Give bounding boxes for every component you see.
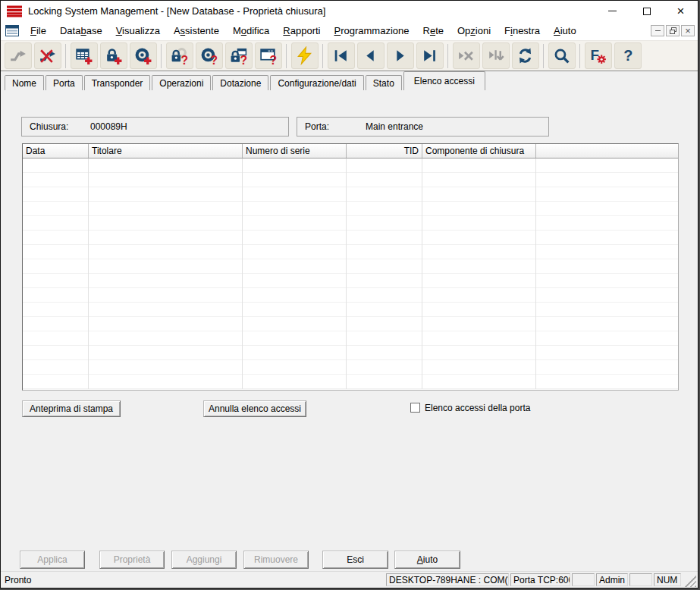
help-button[interactable]: ? <box>614 42 642 69</box>
mdi-restore-icon <box>670 27 676 34</box>
mdi-document-icon[interactable] <box>5 25 19 36</box>
new-locking-system-button[interactable] <box>71 42 98 69</box>
previous-record-button[interactable] <box>357 42 385 69</box>
mdi-close-button[interactable]: × <box>681 25 695 36</box>
close-button[interactable]: × <box>664 1 698 21</box>
program-icon <box>295 46 314 65</box>
table-header: DataTitolareNumero di serieTIDComponente… <box>23 144 678 158</box>
read-lock-button[interactable]: ? <box>166 42 193 69</box>
cancel-search-icon <box>457 46 476 65</box>
menu-item-visualizza[interactable]: Visualizza <box>109 23 167 39</box>
menu-item-rapporti[interactable]: Rapporti <box>276 23 327 39</box>
cancel-search-button[interactable] <box>453 42 480 69</box>
help-icon: ? <box>618 46 637 65</box>
last-record-button[interactable] <box>416 42 444 69</box>
connect-button[interactable] <box>5 42 32 69</box>
tab-dotazione[interactable]: Dotazione <box>212 75 268 90</box>
svg-text:?: ? <box>240 54 248 65</box>
menu-item-database[interactable]: Database <box>53 23 109 39</box>
menu-item-finestra[interactable]: Finestra <box>498 23 547 39</box>
column-grid-line <box>242 158 243 389</box>
properties-button[interactable]: Proprietà <box>99 551 165 569</box>
search-button[interactable] <box>548 42 576 69</box>
toolbar-separator <box>543 44 544 68</box>
maximize-icon <box>643 8 651 15</box>
program-button[interactable] <box>291 42 319 69</box>
minimize-button[interactable] <box>595 1 629 21</box>
last-record-icon <box>420 46 439 65</box>
mdi-minimize-button[interactable] <box>651 25 664 36</box>
print-preview-button[interactable]: Anteprima di stampa <box>22 400 121 417</box>
read-lock-icon: ? <box>170 46 189 65</box>
disconnect-icon <box>38 46 57 65</box>
read-window-button[interactable]: ? <box>255 42 282 69</box>
column-grid-line <box>535 158 536 389</box>
goto-record-button[interactable] <box>482 42 510 69</box>
tab-operazioni[interactable]: Operazioni <box>152 75 211 90</box>
menu-item-opzioni[interactable]: Opzioni <box>450 23 498 39</box>
door-access-checkbox[interactable] <box>410 403 420 413</box>
maximize-button[interactable] <box>629 1 664 21</box>
status-panel <box>629 573 652 586</box>
read-transponder-button[interactable]: ? <box>196 42 223 69</box>
door-access-checkbox-label: Elenco accessi della porta <box>425 403 530 413</box>
add-button[interactable]: Aggiungi <box>171 551 237 569</box>
menu-item-aiuto[interactable]: Aiuto <box>547 23 583 39</box>
reset-access-list-button[interactable]: Annulla elenco accessi <box>203 400 306 417</box>
search-icon <box>552 46 571 65</box>
access-list-table: DataTitolareNumero di serieTIDComponente… <box>22 143 679 391</box>
filter-settings-icon: F <box>589 46 607 65</box>
app-logo-icon <box>7 5 22 17</box>
filter-settings-button[interactable]: F <box>585 42 612 69</box>
tab-stato[interactable]: Stato <box>366 75 402 90</box>
table-body <box>23 158 678 389</box>
tab-configurazione-dati[interactable]: Configurazione/dati <box>270 75 363 90</box>
header-cell-titolare[interactable]: Titolare <box>89 144 243 158</box>
svg-text:F: F <box>591 47 599 63</box>
exit-button[interactable]: Esci <box>322 551 388 569</box>
application-window: Locking System Management - [New Databas… <box>0 0 698 588</box>
read-lock-network-button[interactable]: ? <box>225 42 253 69</box>
new-transponder-button[interactable] <box>130 42 157 69</box>
door-value: Main entrance <box>366 121 423 132</box>
tab-porta[interactable]: Porta <box>46 75 83 90</box>
menu-item-rete[interactable]: Rete <box>416 23 450 39</box>
mdi-window-controls: × <box>651 25 695 36</box>
remove-button[interactable]: Rimuovere <box>243 551 309 569</box>
menu-item-modifica[interactable]: Modifica <box>226 23 276 39</box>
header-cell-numero-di-serie[interactable]: Numero di serie <box>243 144 347 158</box>
header-cell-componente-di-chiusura[interactable]: Componente di chiusura <box>422 144 536 158</box>
header-cell-tid[interactable]: TID <box>347 144 422 158</box>
read-lock-network-icon: ? <box>229 46 248 65</box>
toolbar-separator <box>447 44 448 68</box>
new-lock-icon <box>104 46 123 65</box>
tab-elenco-accessi[interactable]: Elenco accessi <box>403 71 485 90</box>
status-panel-desktop-789hane-com: DESKTOP-789HANE : COM(*) <box>386 573 509 586</box>
apply-button[interactable]: Applica <box>20 551 85 569</box>
window-title: Locking System Management - [New Databas… <box>28 5 325 17</box>
resize-grip[interactable] <box>684 575 696 587</box>
menu-item-file[interactable]: File <box>24 23 53 39</box>
first-record-button[interactable] <box>328 42 355 69</box>
help-button[interactable]: Aiuto <box>394 551 460 569</box>
column-grid-line <box>88 158 89 389</box>
new-locking-system-icon <box>74 46 93 65</box>
toolbar-separator <box>579 44 580 68</box>
connect-icon <box>8 46 27 65</box>
new-lock-button[interactable] <box>100 42 127 69</box>
menu-item-assistente[interactable]: Assistente <box>167 23 226 39</box>
mdi-restore-button[interactable] <box>666 25 680 36</box>
disconnect-button[interactable] <box>34 42 61 69</box>
svg-text:?: ? <box>211 54 218 65</box>
header-cell-data[interactable]: Data <box>23 144 89 158</box>
menu-item-programmazione[interactable]: Programmazione <box>328 23 416 39</box>
header-cell-empty[interactable] <box>536 144 678 158</box>
svg-text:?: ? <box>270 54 278 65</box>
refresh-button[interactable] <box>512 42 539 69</box>
tab-nome[interactable]: Nome <box>5 75 44 90</box>
close-icon: × <box>677 5 685 17</box>
tab-transponder[interactable]: Transponder <box>84 75 151 90</box>
next-record-button[interactable] <box>387 42 414 69</box>
door-label: Porta: <box>305 121 366 132</box>
previous-record-icon <box>361 46 380 65</box>
